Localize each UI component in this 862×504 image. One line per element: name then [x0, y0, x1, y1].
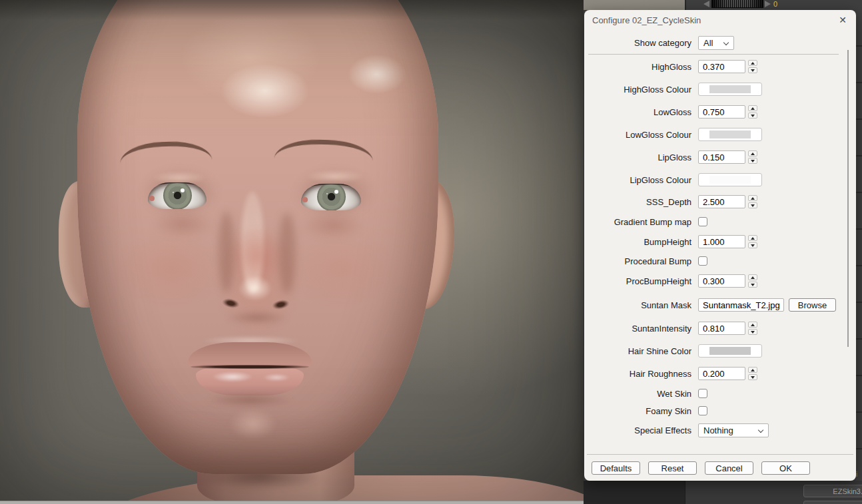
highgloss-colour-row: HighGloss Colour: [584, 83, 856, 97]
right-eye: [301, 184, 361, 210]
spinner-up-button[interactable]: [748, 105, 757, 111]
chevron-down-icon: [758, 427, 763, 433]
close-icon[interactable]: ✕: [836, 13, 849, 27]
highgloss-spinner: [748, 60, 757, 73]
field-label: ProcBumpHeight: [584, 274, 691, 288]
suntan-mask-input[interactable]: [698, 298, 784, 312]
gradient-bump-map-row: Gradient Bump map: [584, 215, 856, 229]
ok-button[interactable]: OK: [761, 461, 810, 475]
foamy-skin-row: Foamy Skin: [584, 404, 856, 418]
lower-lip: [196, 368, 304, 395]
triangle-up-icon: [751, 237, 755, 240]
field-label: HighGloss Colour: [584, 83, 691, 97]
ezskin-button[interactable]: EZSkin3.: [803, 485, 862, 497]
right-tearduct: [302, 197, 308, 202]
field-label: Hair Shine Color: [584, 344, 691, 358]
triangle-down-icon: [751, 204, 755, 207]
special-effects-select[interactable]: Nothing: [698, 423, 769, 437]
field-label: HighGloss: [584, 60, 691, 74]
spinner-down-button[interactable]: [748, 113, 757, 119]
lipgloss-input[interactable]: [698, 150, 745, 164]
show-category-select[interactable]: All: [698, 36, 734, 50]
viewport-top-sliver: [584, 0, 685, 10]
render-viewport[interactable]: [0, 0, 584, 504]
lowgloss-colour-row: LowGloss Colour: [584, 128, 856, 142]
mouth-line: [191, 365, 309, 369]
ezskin-button-partial[interactable]: [803, 501, 862, 504]
spinner-down-button[interactable]: [748, 374, 757, 380]
hair-roughness-input[interactable]: [698, 367, 745, 380]
spinner-down-button[interactable]: [748, 67, 757, 73]
lipgloss-colour-swatch[interactable]: [698, 173, 762, 186]
show-category-row: Show category All: [584, 36, 856, 50]
field-label: Special Effects: [584, 423, 691, 437]
field-label: Hair Roughness: [584, 367, 691, 381]
wet-skin-row: Wet Skin: [584, 387, 856, 401]
highgloss-colour-swatch[interactable]: [698, 83, 762, 96]
spinner-down-button[interactable]: [748, 329, 757, 335]
spinner-up-button[interactable]: [748, 367, 757, 373]
field-label: BumpHeight: [584, 235, 691, 249]
suntanintensity-input[interactable]: [698, 322, 745, 335]
chevron-down-icon: [723, 40, 729, 45]
suntanintensity-spinner: [748, 322, 757, 335]
show-category-value: All: [703, 38, 713, 48]
bumpheight-input[interactable]: [698, 235, 745, 248]
left-tearduct: [149, 196, 155, 201]
color-bar: [709, 176, 751, 184]
lipgloss-row: LipGloss: [584, 150, 856, 164]
foamy-skin-checkbox[interactable]: [698, 406, 707, 415]
right-undereye-shading: [301, 212, 365, 240]
sss-depth-input[interactable]: [698, 195, 745, 208]
gradient-bump-map-checkbox[interactable]: [698, 217, 707, 226]
lowgloss-spinner: [748, 105, 757, 119]
color-bar: [709, 85, 751, 93]
spinner-down-button[interactable]: [748, 242, 757, 248]
triangle-up-icon: [751, 369, 755, 372]
dial-left-arrow-icon[interactable]: [703, 1, 709, 7]
field-label: Procedural Bump: [584, 254, 691, 268]
hair-shine-color-swatch[interactable]: [698, 344, 762, 358]
procbumpheight-input[interactable]: [698, 274, 745, 288]
highgloss-input[interactable]: [698, 60, 745, 73]
parameter-dial[interactable]: [711, 0, 763, 8]
viewport-bottom-scrollbar[interactable]: [0, 501, 584, 504]
spinner-up-button[interactable]: [748, 150, 757, 156]
spinner-up-button[interactable]: [748, 60, 757, 66]
lip-gloss-highlight: [212, 372, 253, 382]
dial-right-arrow-icon[interactable]: [765, 1, 771, 7]
lowgloss-input[interactable]: [698, 105, 745, 119]
field-label: Wet Skin: [584, 387, 691, 401]
spinner-down-button[interactable]: [748, 158, 757, 164]
nose-tip-highlight: [238, 276, 272, 301]
bumpheight-row: BumpHeight: [584, 235, 856, 249]
triangle-up-icon: [751, 324, 755, 326]
triangle-down-icon: [751, 284, 755, 286]
wet-skin-checkbox[interactable]: [698, 389, 707, 398]
lip-gloss-highlight-2: [262, 374, 290, 381]
spinner-up-button[interactable]: [748, 274, 757, 280]
browse-button[interactable]: Browse: [789, 298, 836, 312]
dialog-scrollbar-thumb[interactable]: [847, 50, 849, 347]
configure-dialog: Configure 02_EZ_CycleSkin ✕ Show categor…: [584, 10, 856, 481]
spinner-up-button[interactable]: [748, 235, 757, 241]
lowgloss-colour-swatch[interactable]: [698, 128, 762, 141]
lip-under-shadow: [205, 393, 294, 407]
sss-depth-spinner: [748, 195, 757, 208]
triangle-down-icon: [751, 244, 755, 247]
spinner-up-button[interactable]: [748, 322, 757, 328]
lipgloss-colour-row: LipGloss Colour: [584, 173, 856, 187]
lipgloss-spinner: [748, 150, 757, 164]
field-label: Gradient Bump map: [584, 215, 691, 229]
cancel-button[interactable]: Cancel: [705, 461, 753, 475]
field-label: LipGloss Colour: [584, 173, 691, 187]
spinner-down-button[interactable]: [748, 202, 757, 208]
background-panel-strip: [856, 10, 862, 481]
field-label: LowGloss Colour: [584, 128, 691, 142]
reset-button[interactable]: Reset: [648, 461, 697, 475]
spinner-up-button[interactable]: [748, 195, 757, 201]
defaults-button[interactable]: Defaults: [592, 461, 640, 475]
chin-highlight: [229, 409, 277, 439]
spinner-down-button[interactable]: [748, 282, 757, 288]
procedural-bump-checkbox[interactable]: [698, 256, 707, 266]
